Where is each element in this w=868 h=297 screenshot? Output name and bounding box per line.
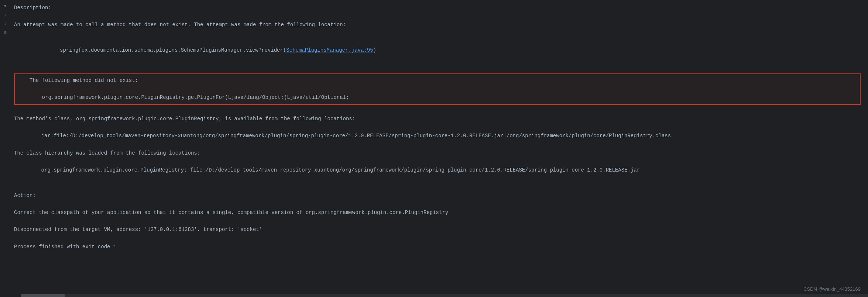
action-description: Correct the classpath of your applicatio… — [14, 208, 861, 217]
stack-trace-link[interactable]: SchemaPluginsManager.java:95 — [286, 47, 373, 53]
gutter-icon-4[interactable]: ≡ — [2, 30, 8, 36]
disconnected-message: Disconnected from the target VM, address… — [14, 225, 861, 234]
class-hierarchy-path: org.springframework.plugin.core.PluginRe… — [14, 166, 861, 175]
stack-trace-prefix: springfox.documentation.schema.plugins.S… — [47, 47, 286, 53]
content-area: Description: An attempt was made to call… — [10, 0, 868, 297]
highlight-box: The following method did not exist: org.… — [14, 73, 861, 105]
stack-trace-line: springfox.documentation.schema.plugins.S… — [14, 38, 861, 63]
scrollbar-thumb[interactable] — [21, 294, 65, 297]
empty-line-4 — [14, 106, 861, 115]
empty-line-10 — [14, 200, 861, 208]
empty-line-5 — [14, 123, 861, 132]
left-gutter: ▼ ↓ ↓ ≡ — [0, 0, 10, 297]
empty-line-8 — [14, 175, 861, 183]
empty-line-6 — [14, 140, 861, 149]
stack-trace-suffix: ) — [373, 47, 376, 53]
empty-line-3 — [14, 63, 861, 72]
gutter-icon-1[interactable]: ▼ — [2, 4, 8, 10]
watermark: CSDN @weixin_44352169 — [803, 286, 861, 293]
highlight-method: org.springframework.plugin.core.PluginRe… — [18, 93, 857, 102]
empty-line-9 — [14, 183, 861, 191]
attempt-description: An attempt was made to call a method tha… — [14, 21, 861, 29]
empty-line-12 — [14, 234, 861, 242]
gutter-icon-3[interactable]: ↓ — [2, 21, 8, 27]
empty-line-1 — [14, 12, 861, 21]
highlight-title: The following method did not exist: — [18, 76, 857, 85]
gutter-icon-2[interactable]: ↓ — [2, 13, 8, 18]
class-available-label: The method's class, org.springframework.… — [14, 115, 861, 123]
class-hierarchy-label: The class hierarchy was loaded from the … — [14, 149, 861, 158]
exit-code-message: Process finished with exit code 1 — [14, 243, 861, 251]
empty-line-7 — [14, 158, 861, 166]
empty-line-2 — [14, 29, 861, 38]
action-label: Action: — [14, 191, 861, 200]
description-label: Description: — [14, 4, 861, 12]
highlight-empty — [18, 85, 857, 93]
empty-line-11 — [14, 217, 861, 225]
jar-path: jar:file:/D:/develop_tools/maven-reposit… — [14, 132, 861, 140]
scrollbar-area[interactable] — [21, 294, 868, 297]
